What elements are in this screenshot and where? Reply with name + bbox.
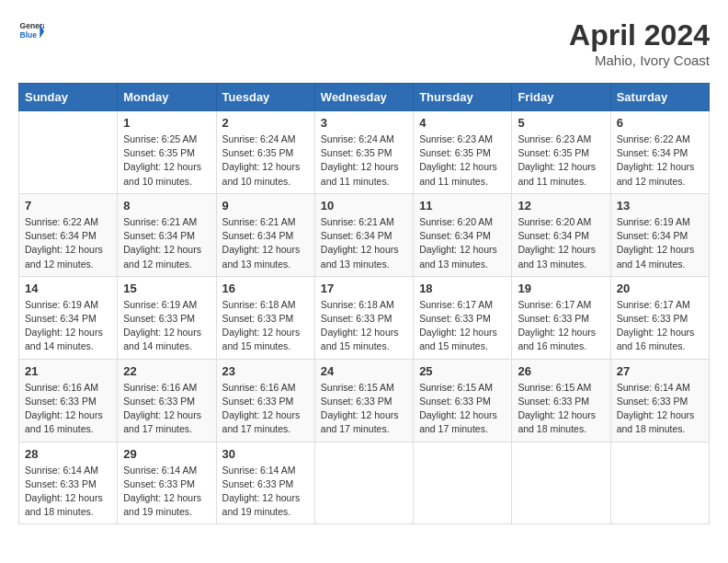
calendar-day-cell — [512, 442, 610, 524]
calendar-day-cell — [19, 111, 118, 194]
day-info: Sunrise: 6:15 AMSunset: 6:33 PMDaylight:… — [321, 381, 407, 437]
calendar-day-cell: 23Sunrise: 6:16 AMSunset: 6:33 PMDayligh… — [216, 359, 314, 442]
calendar-week-row: 14Sunrise: 6:19 AMSunset: 6:34 PMDayligh… — [19, 276, 710, 359]
calendar-day-cell: 10Sunrise: 6:21 AMSunset: 6:34 PMDayligh… — [314, 193, 413, 276]
day-number: 25 — [419, 364, 506, 378]
calendar-day-cell: 15Sunrise: 6:19 AMSunset: 6:33 PMDayligh… — [118, 276, 216, 359]
calendar-table: SundayMondayTuesdayWednesdayThursdayFrid… — [18, 83, 710, 524]
calendar-title: April 2024 — [569, 18, 710, 52]
day-info: Sunrise: 6:19 AMSunset: 6:34 PMDaylight:… — [25, 298, 111, 354]
day-number: 21 — [25, 364, 111, 378]
day-info: Sunrise: 6:21 AMSunset: 6:34 PMDaylight:… — [222, 215, 309, 271]
day-info: Sunrise: 6:19 AMSunset: 6:34 PMDaylight:… — [617, 215, 703, 271]
calendar-day-cell: 6Sunrise: 6:22 AMSunset: 6:34 PMDaylight… — [610, 111, 709, 194]
weekday-header-row: SundayMondayTuesdayWednesdayThursdayFrid… — [19, 84, 710, 111]
day-number: 23 — [222, 364, 309, 378]
day-info: Sunrise: 6:22 AMSunset: 6:34 PMDaylight:… — [25, 215, 111, 271]
day-number: 28 — [25, 447, 111, 461]
calendar-week-row: 21Sunrise: 6:16 AMSunset: 6:33 PMDayligh… — [19, 359, 710, 442]
calendar-day-cell: 19Sunrise: 6:17 AMSunset: 6:33 PMDayligh… — [512, 276, 610, 359]
day-number: 22 — [123, 364, 210, 378]
day-info: Sunrise: 6:14 AMSunset: 6:33 PMDaylight:… — [123, 464, 210, 520]
day-info: Sunrise: 6:23 AMSunset: 6:35 PMDaylight:… — [518, 132, 604, 189]
weekday-header-cell: Sunday — [19, 84, 118, 111]
weekday-header-cell: Thursday — [414, 84, 512, 111]
calendar-day-cell: 16Sunrise: 6:18 AMSunset: 6:33 PMDayligh… — [216, 276, 314, 359]
day-number: 11 — [419, 199, 506, 213]
calendar-day-cell: 21Sunrise: 6:16 AMSunset: 6:33 PMDayligh… — [19, 359, 118, 442]
calendar-day-cell: 24Sunrise: 6:15 AMSunset: 6:33 PMDayligh… — [314, 359, 413, 442]
weekday-header-cell: Monday — [118, 84, 216, 111]
calendar-day-cell: 22Sunrise: 6:16 AMSunset: 6:33 PMDayligh… — [118, 359, 216, 442]
day-number: 9 — [222, 199, 309, 213]
day-number: 30 — [222, 447, 309, 461]
day-number: 17 — [321, 282, 407, 295]
day-number: 7 — [25, 199, 111, 213]
calendar-location: Mahio, Ivory Coast — [569, 52, 710, 68]
day-info: Sunrise: 6:20 AMSunset: 6:34 PMDaylight:… — [518, 215, 604, 271]
day-info: Sunrise: 6:15 AMSunset: 6:33 PMDaylight:… — [518, 381, 604, 437]
calendar-day-cell: 25Sunrise: 6:15 AMSunset: 6:33 PMDayligh… — [414, 359, 512, 442]
weekday-header-cell: Friday — [512, 84, 610, 111]
day-info: Sunrise: 6:17 AMSunset: 6:33 PMDaylight:… — [518, 298, 604, 354]
logo-icon: General Blue — [18, 18, 44, 44]
day-info: Sunrise: 6:14 AMSunset: 6:33 PMDaylight:… — [617, 381, 703, 437]
day-info: Sunrise: 6:20 AMSunset: 6:34 PMDaylight:… — [419, 215, 506, 271]
day-number: 24 — [321, 364, 407, 378]
day-info: Sunrise: 6:19 AMSunset: 6:33 PMDaylight:… — [123, 298, 210, 354]
day-number: 20 — [617, 282, 703, 295]
day-number: 8 — [123, 199, 210, 213]
day-info: Sunrise: 6:17 AMSunset: 6:33 PMDaylight:… — [419, 298, 506, 354]
day-number: 1 — [123, 116, 210, 130]
calendar-day-cell: 27Sunrise: 6:14 AMSunset: 6:33 PMDayligh… — [610, 359, 709, 442]
calendar-week-row: 1Sunrise: 6:25 AMSunset: 6:35 PMDaylight… — [19, 111, 710, 194]
calendar-day-cell: 8Sunrise: 6:21 AMSunset: 6:34 PMDaylight… — [118, 193, 216, 276]
day-number: 26 — [518, 364, 604, 378]
day-number: 12 — [518, 199, 604, 213]
svg-text:Blue: Blue — [20, 30, 38, 40]
day-info: Sunrise: 6:24 AMSunset: 6:35 PMDaylight:… — [222, 132, 309, 189]
day-info: Sunrise: 6:14 AMSunset: 6:33 PMDaylight:… — [222, 464, 309, 520]
day-info: Sunrise: 6:24 AMSunset: 6:35 PMDaylight:… — [321, 132, 407, 189]
day-number: 6 — [617, 116, 703, 130]
day-number: 3 — [321, 116, 407, 130]
calendar-week-row: 7Sunrise: 6:22 AMSunset: 6:34 PMDaylight… — [19, 193, 710, 276]
day-info: Sunrise: 6:18 AMSunset: 6:33 PMDaylight:… — [321, 298, 407, 354]
calendar-day-cell — [314, 442, 413, 524]
title-block: April 2024 Mahio, Ivory Coast — [569, 18, 710, 68]
day-number: 16 — [222, 282, 309, 295]
weekday-header-cell: Wednesday — [314, 84, 413, 111]
day-number: 15 — [123, 282, 210, 295]
calendar-day-cell: 29Sunrise: 6:14 AMSunset: 6:33 PMDayligh… — [118, 442, 216, 524]
day-info: Sunrise: 6:18 AMSunset: 6:33 PMDaylight:… — [222, 298, 309, 354]
day-info: Sunrise: 6:25 AMSunset: 6:35 PMDaylight:… — [123, 132, 210, 189]
calendar-day-cell: 5Sunrise: 6:23 AMSunset: 6:35 PMDaylight… — [512, 111, 610, 194]
calendar-day-cell: 12Sunrise: 6:20 AMSunset: 6:34 PMDayligh… — [512, 193, 610, 276]
logo: General Blue — [18, 18, 44, 44]
calendar-day-cell: 11Sunrise: 6:20 AMSunset: 6:34 PMDayligh… — [414, 193, 512, 276]
calendar-day-cell: 28Sunrise: 6:14 AMSunset: 6:33 PMDayligh… — [19, 442, 118, 524]
calendar-day-cell: 9Sunrise: 6:21 AMSunset: 6:34 PMDaylight… — [216, 193, 314, 276]
calendar-week-row: 28Sunrise: 6:14 AMSunset: 6:33 PMDayligh… — [19, 442, 710, 524]
calendar-day-cell — [610, 442, 709, 524]
day-info: Sunrise: 6:22 AMSunset: 6:34 PMDaylight:… — [617, 132, 703, 189]
day-info: Sunrise: 6:21 AMSunset: 6:34 PMDaylight:… — [321, 215, 407, 271]
day-info: Sunrise: 6:16 AMSunset: 6:33 PMDaylight:… — [222, 381, 309, 437]
calendar-day-cell: 17Sunrise: 6:18 AMSunset: 6:33 PMDayligh… — [314, 276, 413, 359]
calendar-day-cell: 18Sunrise: 6:17 AMSunset: 6:33 PMDayligh… — [414, 276, 512, 359]
day-number: 14 — [25, 282, 111, 295]
day-info: Sunrise: 6:16 AMSunset: 6:33 PMDaylight:… — [25, 381, 111, 437]
day-number: 13 — [617, 199, 703, 213]
calendar-day-cell: 13Sunrise: 6:19 AMSunset: 6:34 PMDayligh… — [610, 193, 709, 276]
calendar-day-cell: 1Sunrise: 6:25 AMSunset: 6:35 PMDaylight… — [118, 111, 216, 194]
day-number: 5 — [518, 116, 604, 130]
day-info: Sunrise: 6:21 AMSunset: 6:34 PMDaylight:… — [123, 215, 210, 271]
calendar-day-cell: 20Sunrise: 6:17 AMSunset: 6:33 PMDayligh… — [610, 276, 709, 359]
calendar-day-cell: 4Sunrise: 6:23 AMSunset: 6:35 PMDaylight… — [414, 111, 512, 194]
calendar-day-cell: 30Sunrise: 6:14 AMSunset: 6:33 PMDayligh… — [216, 442, 314, 524]
calendar-day-cell: 2Sunrise: 6:24 AMSunset: 6:35 PMDaylight… — [216, 111, 314, 194]
calendar-day-cell — [414, 442, 512, 524]
calendar-day-cell: 3Sunrise: 6:24 AMSunset: 6:35 PMDaylight… — [314, 111, 413, 194]
day-number: 2 — [222, 116, 309, 130]
calendar-day-cell: 26Sunrise: 6:15 AMSunset: 6:33 PMDayligh… — [512, 359, 610, 442]
